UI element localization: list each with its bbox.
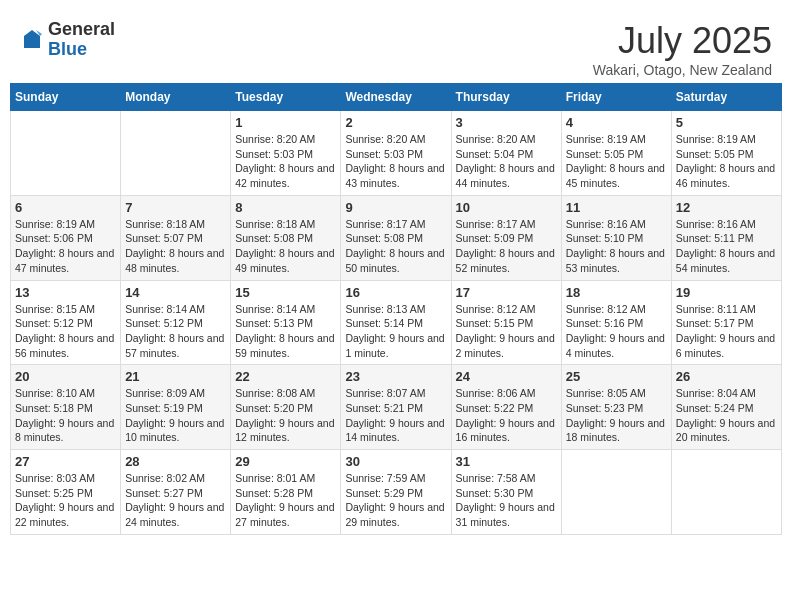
day-info: Sunrise: 7:59 AM Sunset: 5:29 PM Dayligh… — [345, 471, 446, 530]
day-info: Sunrise: 8:20 AM Sunset: 5:04 PM Dayligh… — [456, 132, 557, 191]
day-number: 2 — [345, 115, 446, 130]
day-number: 31 — [456, 454, 557, 469]
calendar-cell: 2Sunrise: 8:20 AM Sunset: 5:03 PM Daylig… — [341, 111, 451, 196]
day-info: Sunrise: 8:20 AM Sunset: 5:03 PM Dayligh… — [345, 132, 446, 191]
calendar-cell: 11Sunrise: 8:16 AM Sunset: 5:10 PM Dayli… — [561, 195, 671, 280]
day-info: Sunrise: 8:07 AM Sunset: 5:21 PM Dayligh… — [345, 386, 446, 445]
day-info: Sunrise: 7:58 AM Sunset: 5:30 PM Dayligh… — [456, 471, 557, 530]
day-info: Sunrise: 8:01 AM Sunset: 5:28 PM Dayligh… — [235, 471, 336, 530]
day-number: 20 — [15, 369, 116, 384]
day-number: 24 — [456, 369, 557, 384]
day-info: Sunrise: 8:06 AM Sunset: 5:22 PM Dayligh… — [456, 386, 557, 445]
page-header: General Blue July 2025 Wakari, Otago, Ne… — [10, 10, 782, 83]
calendar-cell: 21Sunrise: 8:09 AM Sunset: 5:19 PM Dayli… — [121, 365, 231, 450]
day-number: 22 — [235, 369, 336, 384]
calendar-cell: 5Sunrise: 8:19 AM Sunset: 5:05 PM Daylig… — [671, 111, 781, 196]
calendar-cell: 29Sunrise: 8:01 AM Sunset: 5:28 PM Dayli… — [231, 450, 341, 535]
calendar-cell: 22Sunrise: 8:08 AM Sunset: 5:20 PM Dayli… — [231, 365, 341, 450]
calendar-cell: 6Sunrise: 8:19 AM Sunset: 5:06 PM Daylig… — [11, 195, 121, 280]
calendar-cell — [11, 111, 121, 196]
calendar-cell: 8Sunrise: 8:18 AM Sunset: 5:08 PM Daylig… — [231, 195, 341, 280]
title-area: July 2025 Wakari, Otago, New Zealand — [593, 20, 772, 78]
logo-text: General Blue — [48, 20, 115, 60]
day-number: 12 — [676, 200, 777, 215]
calendar-header: SundayMondayTuesdayWednesdayThursdayFrid… — [11, 84, 782, 111]
day-number: 26 — [676, 369, 777, 384]
day-info: Sunrise: 8:03 AM Sunset: 5:25 PM Dayligh… — [15, 471, 116, 530]
day-number: 7 — [125, 200, 226, 215]
logo-general: General — [48, 20, 115, 40]
day-number: 27 — [15, 454, 116, 469]
day-info: Sunrise: 8:17 AM Sunset: 5:08 PM Dayligh… — [345, 217, 446, 276]
day-info: Sunrise: 8:14 AM Sunset: 5:12 PM Dayligh… — [125, 302, 226, 361]
day-info: Sunrise: 8:14 AM Sunset: 5:13 PM Dayligh… — [235, 302, 336, 361]
day-info: Sunrise: 8:19 AM Sunset: 5:05 PM Dayligh… — [566, 132, 667, 191]
location: Wakari, Otago, New Zealand — [593, 62, 772, 78]
weekday-header: Sunday — [11, 84, 121, 111]
calendar-cell: 3Sunrise: 8:20 AM Sunset: 5:04 PM Daylig… — [451, 111, 561, 196]
calendar-cell: 10Sunrise: 8:17 AM Sunset: 5:09 PM Dayli… — [451, 195, 561, 280]
day-number: 21 — [125, 369, 226, 384]
day-number: 29 — [235, 454, 336, 469]
day-info: Sunrise: 8:16 AM Sunset: 5:11 PM Dayligh… — [676, 217, 777, 276]
weekday-header: Monday — [121, 84, 231, 111]
calendar-cell: 26Sunrise: 8:04 AM Sunset: 5:24 PM Dayli… — [671, 365, 781, 450]
day-info: Sunrise: 8:13 AM Sunset: 5:14 PM Dayligh… — [345, 302, 446, 361]
day-info: Sunrise: 8:17 AM Sunset: 5:09 PM Dayligh… — [456, 217, 557, 276]
day-number: 30 — [345, 454, 446, 469]
calendar-cell: 9Sunrise: 8:17 AM Sunset: 5:08 PM Daylig… — [341, 195, 451, 280]
day-info: Sunrise: 8:04 AM Sunset: 5:24 PM Dayligh… — [676, 386, 777, 445]
day-info: Sunrise: 8:19 AM Sunset: 5:06 PM Dayligh… — [15, 217, 116, 276]
day-number: 4 — [566, 115, 667, 130]
calendar-cell: 17Sunrise: 8:12 AM Sunset: 5:15 PM Dayli… — [451, 280, 561, 365]
calendar-cell: 28Sunrise: 8:02 AM Sunset: 5:27 PM Dayli… — [121, 450, 231, 535]
weekday-header: Thursday — [451, 84, 561, 111]
day-info: Sunrise: 8:09 AM Sunset: 5:19 PM Dayligh… — [125, 386, 226, 445]
calendar-cell: 27Sunrise: 8:03 AM Sunset: 5:25 PM Dayli… — [11, 450, 121, 535]
day-number: 17 — [456, 285, 557, 300]
day-number: 8 — [235, 200, 336, 215]
calendar-cell: 18Sunrise: 8:12 AM Sunset: 5:16 PM Dayli… — [561, 280, 671, 365]
day-info: Sunrise: 8:12 AM Sunset: 5:16 PM Dayligh… — [566, 302, 667, 361]
calendar-cell: 25Sunrise: 8:05 AM Sunset: 5:23 PM Dayli… — [561, 365, 671, 450]
calendar-cell: 23Sunrise: 8:07 AM Sunset: 5:21 PM Dayli… — [341, 365, 451, 450]
day-number: 3 — [456, 115, 557, 130]
calendar-cell: 24Sunrise: 8:06 AM Sunset: 5:22 PM Dayli… — [451, 365, 561, 450]
day-info: Sunrise: 8:15 AM Sunset: 5:12 PM Dayligh… — [15, 302, 116, 361]
calendar-week: 6Sunrise: 8:19 AM Sunset: 5:06 PM Daylig… — [11, 195, 782, 280]
calendar-cell: 16Sunrise: 8:13 AM Sunset: 5:14 PM Dayli… — [341, 280, 451, 365]
logo-icon — [20, 28, 44, 52]
day-info: Sunrise: 8:18 AM Sunset: 5:07 PM Dayligh… — [125, 217, 226, 276]
calendar-cell: 12Sunrise: 8:16 AM Sunset: 5:11 PM Dayli… — [671, 195, 781, 280]
calendar-cell: 20Sunrise: 8:10 AM Sunset: 5:18 PM Dayli… — [11, 365, 121, 450]
day-info: Sunrise: 8:19 AM Sunset: 5:05 PM Dayligh… — [676, 132, 777, 191]
month-title: July 2025 — [593, 20, 772, 62]
day-number: 19 — [676, 285, 777, 300]
day-number: 16 — [345, 285, 446, 300]
calendar-cell: 7Sunrise: 8:18 AM Sunset: 5:07 PM Daylig… — [121, 195, 231, 280]
day-number: 15 — [235, 285, 336, 300]
logo-blue: Blue — [48, 40, 115, 60]
calendar-cell: 15Sunrise: 8:14 AM Sunset: 5:13 PM Dayli… — [231, 280, 341, 365]
weekday-header: Tuesday — [231, 84, 341, 111]
day-info: Sunrise: 8:20 AM Sunset: 5:03 PM Dayligh… — [235, 132, 336, 191]
calendar-week: 27Sunrise: 8:03 AM Sunset: 5:25 PM Dayli… — [11, 450, 782, 535]
day-number: 13 — [15, 285, 116, 300]
calendar-body: 1Sunrise: 8:20 AM Sunset: 5:03 PM Daylig… — [11, 111, 782, 535]
weekday-header: Friday — [561, 84, 671, 111]
day-number: 18 — [566, 285, 667, 300]
calendar: SundayMondayTuesdayWednesdayThursdayFrid… — [10, 83, 782, 535]
weekday-header: Saturday — [671, 84, 781, 111]
day-info: Sunrise: 8:12 AM Sunset: 5:15 PM Dayligh… — [456, 302, 557, 361]
day-number: 9 — [345, 200, 446, 215]
day-info: Sunrise: 8:11 AM Sunset: 5:17 PM Dayligh… — [676, 302, 777, 361]
calendar-week: 1Sunrise: 8:20 AM Sunset: 5:03 PM Daylig… — [11, 111, 782, 196]
calendar-cell: 30Sunrise: 7:59 AM Sunset: 5:29 PM Dayli… — [341, 450, 451, 535]
calendar-cell: 4Sunrise: 8:19 AM Sunset: 5:05 PM Daylig… — [561, 111, 671, 196]
day-number: 14 — [125, 285, 226, 300]
calendar-cell — [561, 450, 671, 535]
calendar-cell: 19Sunrise: 8:11 AM Sunset: 5:17 PM Dayli… — [671, 280, 781, 365]
day-number: 6 — [15, 200, 116, 215]
day-number: 11 — [566, 200, 667, 215]
calendar-cell: 14Sunrise: 8:14 AM Sunset: 5:12 PM Dayli… — [121, 280, 231, 365]
